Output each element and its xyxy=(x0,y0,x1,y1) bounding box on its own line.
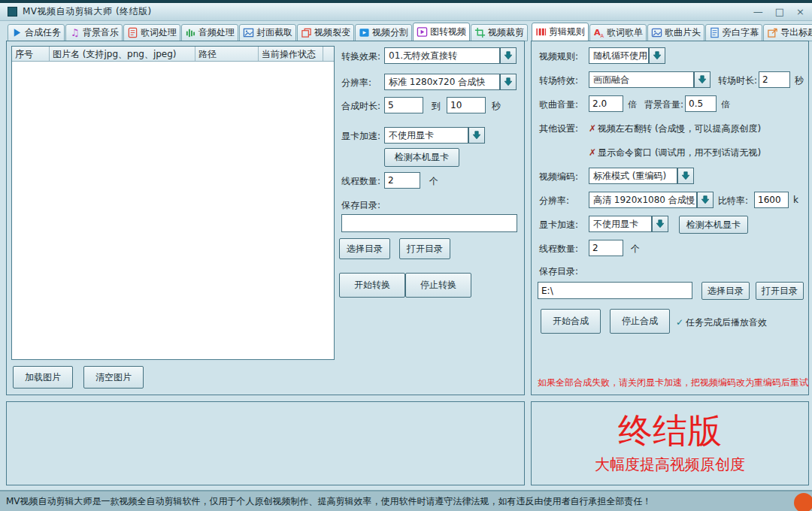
transition-select[interactable]: 画面融合 xyxy=(589,71,694,88)
duration-mid-label: 到 xyxy=(432,100,441,113)
resolution-select[interactable]: 标准 1280x720 合成快 xyxy=(384,74,500,90)
gpu-select[interactable]: 不使用显卡 xyxy=(384,127,468,144)
open-dir-button-right[interactable]: 打开目录 xyxy=(756,282,804,300)
save-dir-input-right[interactable] xyxy=(538,282,692,299)
tab-image-to-video[interactable]: 图转视频 xyxy=(413,23,470,41)
left-tab-strip: 合成任务 ♫ 背景音乐 歌词处理 音频处理 封面截取 视频裂变 视频分割 图转视… xyxy=(8,23,528,41)
resolution-dropdown-button[interactable] xyxy=(500,74,517,90)
gpu-label: 显卡加速: xyxy=(341,130,380,143)
transition-time-input[interactable] xyxy=(759,71,790,88)
tab-video-fission[interactable]: 视频裂变 xyxy=(297,24,354,41)
save-dir-label-right: 保存目录: xyxy=(539,265,578,278)
cmd-option-toggle[interactable]: ✗显示命令窗口 (调试用，用不到话请无视) xyxy=(589,147,761,159)
dropdown-arrow-icon xyxy=(652,50,662,61)
stop-convert-button[interactable]: 停止转换 xyxy=(405,273,471,298)
cmd-option-label: 显示命令窗口 (调试用，用不到话请无视) xyxy=(598,147,761,158)
check-mark-icon: ✓ xyxy=(676,317,683,328)
song-volume-label: 歌曲音量: xyxy=(539,98,578,111)
promo-subtitle: 大幅度提高视频原创度 xyxy=(532,455,808,475)
video-rule-dropdown-button[interactable] xyxy=(649,47,665,64)
bg-volume-unit: 倍 xyxy=(721,98,730,111)
tab-label: 封面截取 xyxy=(256,26,292,39)
image-table[interactable]: 序号 图片名 (支持jpg、png、jpeg) 路径 当前操作状态 xyxy=(11,46,335,360)
start-convert-button[interactable]: 开始转换 xyxy=(339,273,405,298)
threads-input-right[interactable] xyxy=(589,240,623,256)
detect-gpu-button[interactable]: 检测本机显卡 xyxy=(384,148,459,167)
lyrics-doc-icon xyxy=(127,27,138,38)
detect-gpu-button-right[interactable]: 检测本机显卡 xyxy=(679,216,748,234)
tab-export-title[interactable]: 导出标题 xyxy=(763,24,812,41)
tab-lyrics-processing[interactable]: 歌词处理 xyxy=(123,24,180,41)
bg-volume-label: 背景音量: xyxy=(644,98,683,111)
tab-clip-rules[interactable]: 剪辑规则 xyxy=(532,23,589,41)
clear-images-button[interactable]: 清空图片 xyxy=(83,366,144,389)
start-compose-button[interactable]: 开始合成 xyxy=(541,309,601,334)
tab-lyrics-list[interactable]: AA 歌词歌单 xyxy=(589,24,647,41)
save-dir-label: 保存目录: xyxy=(341,199,380,212)
effect-select[interactable]: 01.无特效直接转 xyxy=(384,47,500,64)
out-resolution-select[interactable]: 高清 1920x1080 合成慢 xyxy=(589,192,697,208)
sound-option-toggle[interactable]: ✓任务完成后播放音效 xyxy=(676,316,767,329)
transition-dropdown-button[interactable] xyxy=(694,71,710,88)
tab-background-music[interactable]: ♫ 背景音乐 xyxy=(65,24,123,41)
transition-time-label: 转场时长: xyxy=(718,74,757,87)
tab-song-intro[interactable]: 歌曲片头 xyxy=(647,24,704,41)
col-path: 路径 xyxy=(195,47,259,61)
tab-audio-processing[interactable]: 音频处理 xyxy=(181,24,238,41)
open-dir-button[interactable]: 打开目录 xyxy=(399,238,450,259)
app-icon xyxy=(8,7,17,17)
threads-label: 线程数量: xyxy=(341,175,380,188)
col-index: 序号 xyxy=(12,47,50,61)
music-note-icon: ♫ xyxy=(69,27,80,38)
choose-dir-button-right[interactable]: 选择目录 xyxy=(701,282,750,300)
crop-icon xyxy=(474,27,486,38)
maximize-button[interactable]: □ xyxy=(775,7,784,17)
gpu-dropdown-button-right[interactable] xyxy=(652,216,668,232)
stop-compose-button[interactable]: 停止合成 xyxy=(610,309,670,334)
col-status: 当前操作状态 xyxy=(259,47,323,61)
title-bar: MV视频自动剪辑大师 (终结版) — □ × xyxy=(0,3,812,21)
threads-unit-right: 个 xyxy=(631,243,640,256)
encode-select[interactable]: 标准模式 (重编码) xyxy=(589,168,677,184)
video-rule-select[interactable]: 随机循环使用 xyxy=(589,47,649,64)
flip-option-toggle[interactable]: ✗视频左右翻转 (合成慢，可以提高原创度) xyxy=(589,122,761,135)
dropdown-arrow-icon xyxy=(471,130,482,141)
promo-title: 终结版 xyxy=(532,408,808,455)
tab-label: 视频分割 xyxy=(372,26,408,39)
status-text: MV视频自动剪辑大师是一款视频全自动剪辑软件，仅用于个人原创视频制作、提高剪辑效… xyxy=(6,495,652,508)
dropdown-arrow-icon xyxy=(503,77,514,87)
choose-dir-button[interactable]: 选择目录 xyxy=(339,238,390,259)
tab-video-crop[interactable]: 视频裁剪 xyxy=(471,24,528,41)
threads-input[interactable] xyxy=(384,172,420,189)
minimize-button[interactable]: — xyxy=(753,7,763,17)
bottom-left-panel xyxy=(6,401,525,485)
bitrate-input[interactable] xyxy=(754,192,789,208)
song-volume-input[interactable] xyxy=(589,95,623,112)
corner-logo-badge xyxy=(794,493,812,511)
save-dir-input[interactable] xyxy=(341,214,517,232)
duration-from-input[interactable] xyxy=(384,97,423,113)
effect-dropdown-button[interactable] xyxy=(500,47,517,64)
clip-rules-panel: 视频规则: 随机循环使用 转场特效: 画面融合 转场时长: 秒 歌曲音量: 倍 … xyxy=(531,41,809,395)
bg-volume-input[interactable] xyxy=(685,95,717,112)
load-images-button[interactable]: 加载图片 xyxy=(13,366,73,389)
tab-compose-task[interactable]: 合成任务 xyxy=(8,24,65,41)
duration-to-input[interactable] xyxy=(447,97,486,113)
dropdown-arrow-icon xyxy=(697,74,707,85)
tab-video-split[interactable]: 视频分割 xyxy=(355,24,412,41)
transition-label: 转场特效: xyxy=(539,74,578,87)
duration-unit-label: 秒 xyxy=(492,100,501,113)
tab-label: 视频裁剪 xyxy=(488,26,524,39)
tab-narration-subtitle[interactable]: 旁白字幕 xyxy=(705,24,762,41)
out-resolution-dropdown-button[interactable] xyxy=(697,192,714,208)
gpu-dropdown-button[interactable] xyxy=(468,127,485,144)
tab-label: 导出标题 xyxy=(780,26,812,39)
close-button[interactable]: × xyxy=(796,7,804,17)
tab-label: 音频处理 xyxy=(198,26,235,39)
gpu-select-right[interactable]: 不使用显卡 xyxy=(589,216,652,232)
tab-label: 剪辑规则 xyxy=(549,26,585,38)
encode-dropdown-button[interactable] xyxy=(677,168,694,184)
tab-cover-capture[interactable]: 封面截取 xyxy=(239,24,296,41)
tab-label: 歌词处理 xyxy=(141,26,177,39)
tab-label: 旁白字幕 xyxy=(723,26,759,39)
